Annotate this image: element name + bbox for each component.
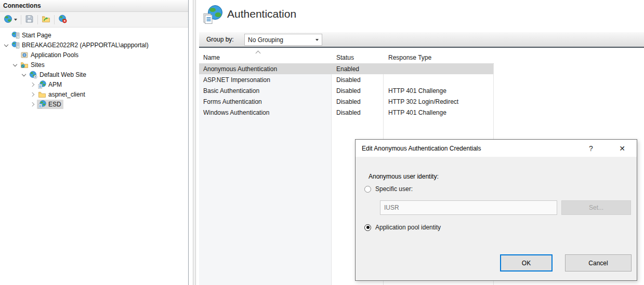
folder-arrow-icon — [42, 15, 50, 25]
up-level-button[interactable] — [40, 13, 52, 26]
specific-user-input[interactable]: IUSR — [380, 200, 557, 215]
create-connection-button[interactable] — [2, 13, 19, 26]
tree-item-esd[interactable]: ESD — [0, 99, 188, 109]
connections-panel: Connections — [0, 0, 189, 285]
panel-splitter[interactable] — [193, 0, 196, 285]
sites-folder-icon — [20, 61, 29, 69]
server-icon — [11, 41, 20, 49]
chevron-down-icon — [316, 39, 319, 41]
list-row-forms-authentication[interactable]: Forms Authentication Disabled HTTP 302 L… — [199, 96, 493, 107]
edit-anonymous-credentials-dialog: Edit Anonymous Authentication Credential… — [355, 139, 637, 281]
globe-disconnect-icon — [58, 15, 67, 25]
toolbar-separator — [37, 15, 38, 24]
column-header-name[interactable]: Name — [199, 50, 331, 63]
application-icon — [38, 100, 46, 108]
chevron-expanded-icon — [22, 72, 26, 76]
tree-item-label: BREAKAGE2022R2 (APPPORTAL\appportal) — [22, 42, 149, 49]
group-by-select[interactable]: No Grouping — [244, 34, 322, 46]
page-title: Authentication — [227, 8, 296, 20]
website-icon — [29, 71, 37, 79]
group-by-value: No Grouping — [248, 36, 283, 44]
specific-user-label: Specific user: — [375, 185, 413, 193]
tree-item-start-page[interactable]: Start Page — [0, 30, 188, 40]
column-header-status[interactable]: Status — [331, 50, 383, 63]
anonymous-user-identity-label: Anonymous user identity: — [369, 173, 439, 180]
list-row-anonymous-authentication[interactable]: Anonymous Authentication Enabled — [199, 63, 493, 74]
folder-icon — [38, 90, 46, 99]
group-by-label: Group by: — [206, 36, 234, 43]
list-header: Name Status Response Type — [199, 50, 494, 64]
application-icon — [38, 80, 46, 89]
tree-item-apm[interactable]: APM — [0, 79, 188, 89]
chevron-down-icon — [14, 19, 17, 21]
chevron-expanded-icon — [13, 62, 17, 66]
tree-item-default-web-site[interactable]: Default Web Site — [0, 70, 188, 79]
chevron-collapsed-icon — [30, 82, 34, 86]
tree-item-label: Sites — [31, 61, 45, 69]
connections-tree: Start Page BREAKAGE2022R2 (APPPORTAL\app… — [0, 28, 188, 109]
list-row-aspnet-impersonation[interactable]: ASP.NET Impersonation Disabled — [199, 74, 493, 85]
save-connections-button[interactable] — [23, 13, 35, 26]
tree-item-aspnet-client[interactable]: aspnet_client — [0, 89, 188, 99]
tree-item-application-pools[interactable]: Application Pools — [0, 50, 188, 60]
close-icon[interactable]: ✕ — [612, 140, 633, 157]
dialog-titlebar[interactable]: Edit Anonymous Authentication Credential… — [356, 140, 637, 157]
selected-tree-node[interactable]: ESD — [37, 100, 63, 109]
toolbar-separator — [54, 15, 55, 24]
globe-connect-icon — [4, 15, 12, 25]
specific-user-radio-row: Specific user: — [364, 185, 413, 193]
app-pool-identity-label: Application pool identity — [375, 224, 441, 231]
chevron-collapsed-icon — [30, 92, 34, 96]
application-pools-icon — [20, 51, 29, 59]
tree-item-label: Default Web Site — [40, 71, 86, 78]
authentication-page-icon — [203, 5, 224, 27]
list-row-basic-authentication[interactable]: Basic Authentication Disabled HTTP 401 C… — [199, 85, 493, 96]
chevron-collapsed-icon — [30, 102, 34, 106]
sort-ascending-icon — [256, 51, 261, 56]
tree-item-label: ESD — [48, 101, 61, 108]
list-row-windows-authentication[interactable]: Windows Authentication Disabled HTTP 401… — [199, 107, 493, 118]
iis-manager-window: Connections — [0, 0, 644, 285]
help-button[interactable]: ? — [583, 140, 599, 157]
cancel-button[interactable]: Cancel — [565, 254, 632, 272]
tree-item-server[interactable]: BREAKAGE2022R2 (APPPORTAL\appportal) — [0, 40, 188, 50]
start-page-icon — [11, 31, 20, 39]
dialog-title: Edit Anonymous Authentication Credential… — [362, 145, 481, 152]
app-pool-identity-radio-row: Application pool identity — [364, 224, 441, 231]
specific-user-radio[interactable] — [364, 186, 371, 193]
set-button[interactable]: Set... — [561, 200, 631, 215]
group-by-toolbar: Group by: No Grouping — [199, 32, 644, 48]
connections-toolbar — [0, 12, 188, 28]
column-header-response-type[interactable]: Response Type — [383, 50, 494, 63]
floppy-disk-icon — [25, 15, 34, 25]
tree-item-sites[interactable]: Sites — [0, 60, 188, 70]
delete-connection-button[interactable] — [57, 13, 69, 26]
toolbar-separator — [21, 15, 21, 24]
chevron-expanded-icon — [4, 42, 8, 46]
connections-panel-title: Connections — [0, 0, 188, 12]
tree-item-label: Start Page — [22, 32, 51, 39]
ok-button[interactable]: OK — [500, 254, 553, 272]
tree-item-label: Application Pools — [31, 51, 78, 59]
app-pool-identity-radio[interactable] — [364, 224, 371, 231]
tree-item-label: APM — [48, 81, 62, 88]
tree-item-label: aspnet_client — [48, 91, 85, 98]
